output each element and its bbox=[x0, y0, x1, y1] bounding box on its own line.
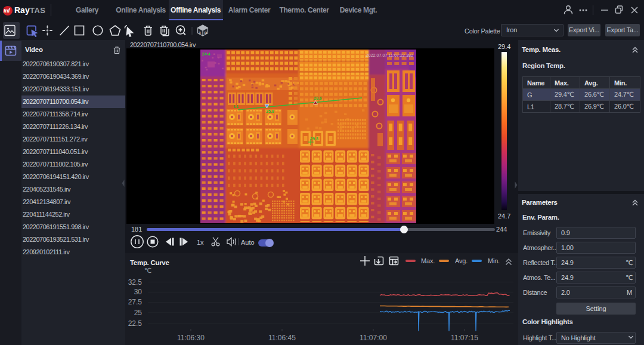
svg-text:11:06:45: 11:06:45 bbox=[268, 334, 296, 342]
svg-text:24.4: 24.4 bbox=[202, 52, 210, 56]
svg-text:D: D bbox=[205, 31, 208, 35]
svg-text:11:07:00: 11:07:00 bbox=[360, 334, 387, 342]
svg-text:11:07:15: 11:07:15 bbox=[451, 334, 478, 342]
svg-text:29.3: 29.3 bbox=[310, 137, 318, 141]
svg-text:25: 25 bbox=[134, 309, 143, 317]
svg-text:22.5: 22.5 bbox=[128, 319, 143, 328]
svg-text:27.5: 27.5 bbox=[128, 298, 143, 306]
svg-text:25.8: 25.8 bbox=[266, 109, 274, 113]
svg-text:30: 30 bbox=[134, 288, 143, 296]
svg-text:2022.07.07 11:07:22.382: 2022.07.07 11:07:22.382 bbox=[366, 53, 413, 58]
svg-text:28.6: 28.6 bbox=[314, 96, 322, 100]
svg-text:32.5: 32.5 bbox=[128, 278, 143, 287]
svg-text:L1: L1 bbox=[234, 104, 239, 109]
svg-text:11:06:30: 11:06:30 bbox=[177, 334, 205, 342]
svg-text:℃: ℃ bbox=[144, 267, 151, 274]
